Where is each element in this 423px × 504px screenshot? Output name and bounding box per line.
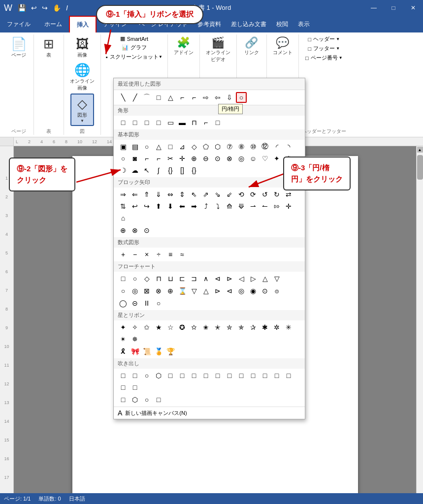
bs-text[interactable]: ▣ [118, 141, 129, 152]
bs-wave[interactable]: ∫ [153, 165, 164, 176]
fc-4[interactable]: ⊓ [153, 273, 164, 284]
co-2[interactable]: □ [130, 370, 140, 381]
ba-l[interactable]: ⇐ [130, 189, 140, 200]
st-7[interactable]: ✫ [189, 322, 199, 333]
bs-minus[interactable]: ⊖ [200, 153, 211, 164]
fc-32[interactable]: ○ [153, 298, 164, 309]
co-1[interactable]: □ [118, 370, 129, 381]
ba-lr[interactable]: ⇔ [165, 189, 176, 200]
fc-23[interactable]: ⊳ [212, 285, 223, 296]
close-btn[interactable]: ✕ [403, 0, 423, 16]
footer-btn[interactable]: □ フッター ▼ [306, 44, 342, 53]
st-13[interactable]: ✱ [260, 322, 270, 333]
ba-d[interactable]: ⇓ [153, 189, 164, 200]
bs-rtriangle[interactable]: ⊿ [177, 141, 188, 152]
fc-18[interactable]: ⊗ [153, 285, 164, 296]
ba-bend2[interactable]: ↪ [141, 201, 152, 212]
ba-ur[interactable]: ⇗ [200, 189, 211, 200]
image-btn[interactable]: 🖼 画像 [70, 34, 94, 61]
ba-striped2[interactable]: ⟱ [236, 201, 247, 212]
bs-block[interactable]: ◙ [130, 153, 140, 164]
rect-2[interactable]: □ [130, 117, 140, 128]
ba-ccw[interactable]: ⟲ [236, 189, 247, 200]
fc-13[interactable]: △ [260, 273, 270, 284]
co-21[interactable]: □ [153, 394, 164, 405]
bs-star4[interactable]: ✦ [271, 153, 282, 164]
co-13[interactable]: □ [260, 370, 270, 381]
rect-9[interactable]: □ [212, 117, 223, 128]
fc-12[interactable]: ▷ [248, 273, 259, 284]
rect-3[interactable]: □ [141, 117, 152, 128]
rect-5[interactable]: ▭ [165, 117, 176, 128]
shape-triangle[interactable]: △ [165, 92, 176, 103]
co-7[interactable]: □ [189, 370, 199, 381]
co-17[interactable]: □ [130, 382, 140, 393]
rb-4[interactable]: 🏅 [153, 346, 164, 357]
page-btn[interactable]: 📄 ページ [7, 34, 31, 61]
header-btn[interactable]: □ ヘッダー ▼ [306, 34, 342, 44]
fc-22[interactable]: △ [200, 285, 211, 296]
video-btn[interactable]: 🎬 オンラインビデオ [203, 34, 233, 65]
fc-10[interactable]: ⊳ [224, 273, 235, 284]
co-3[interactable]: ○ [141, 370, 152, 381]
fc-31[interactable]: ⅠⅠ [141, 298, 152, 309]
co-19[interactable]: ⬡ [130, 394, 140, 405]
addon-btn[interactable]: 🧩 アドイン [171, 34, 196, 58]
new-canvas-btn[interactable]: A 新しい描画キャンバス(N) [114, 407, 305, 419]
ba-home[interactable]: ⌂ [118, 213, 129, 223]
co-20[interactable]: ○ [141, 394, 152, 405]
st-15[interactable]: ✳ [283, 322, 294, 333]
fc-21[interactable]: ▽ [189, 285, 199, 296]
bs-10[interactable]: ⑩ [248, 141, 259, 152]
st-14[interactable]: ✲ [271, 322, 282, 333]
rect-6[interactable]: ▬ [177, 117, 188, 128]
screenshot-btn[interactable]: ▪ スクリーンショット ▼ [104, 52, 164, 62]
link-btn[interactable]: 🔗 リンク [240, 34, 263, 58]
shape-arc[interactable]: ⌒ [141, 92, 152, 103]
st-12[interactable]: ✰ [248, 322, 259, 333]
bs-x[interactable]: ⊗ [224, 153, 235, 164]
minimize-btn[interactable]: — [364, 0, 384, 16]
online-image-btn[interactable]: 🌐 オンライン画像 [67, 61, 98, 94]
st-6[interactable]: ✪ [177, 322, 188, 333]
co-18[interactable]: □ [118, 394, 129, 405]
fc-30[interactable]: ⊝ [130, 298, 140, 309]
eq-plus[interactable]: + [118, 249, 129, 260]
graph-btn[interactable]: 📊 グラフ [120, 43, 149, 52]
bs-target[interactable]: ◎ [236, 153, 247, 164]
ba-three[interactable]: ⊙ [141, 225, 152, 236]
italic-qa-btn[interactable]: I [65, 3, 69, 13]
st-11[interactable]: ✯ [236, 322, 247, 333]
bs-heart[interactable]: ♡ [260, 153, 270, 164]
st-2[interactable]: ✧ [130, 322, 140, 333]
ba-lft2[interactable]: ⬅ [177, 201, 188, 212]
shape-Z[interactable]: ⌐ [189, 92, 199, 103]
bs-scissors[interactable]: ✂ [165, 153, 176, 164]
fc-17[interactable]: ⊠ [141, 285, 152, 296]
rb-5[interactable]: 🏆 [165, 346, 176, 357]
st-5[interactable]: ☆ [165, 322, 176, 333]
ba-h2[interactable]: ⇄ [283, 189, 294, 200]
ba-notch[interactable]: ⇀ [248, 201, 259, 212]
restore-btn[interactable]: □ [384, 0, 403, 16]
ba-plus2[interactable]: ✛ [283, 201, 294, 212]
st-17[interactable]: ✵ [130, 334, 140, 345]
redo-qa-btn[interactable]: ↪ [40, 3, 49, 13]
co-12[interactable]: □ [248, 370, 259, 381]
tab-review[interactable]: 校閲 [271, 16, 293, 32]
co-10[interactable]: □ [224, 370, 235, 381]
fc-25[interactable]: ◎ [236, 285, 247, 296]
save-qa-btn[interactable]: 💾 [16, 3, 28, 13]
shape-arrow-d[interactable]: ⇩ [224, 92, 235, 103]
scroll-up-btn[interactable]: ▲ [417, 147, 423, 153]
fc-28[interactable]: ⌾ [271, 285, 282, 296]
st-8[interactable]: ✬ [200, 322, 211, 333]
ba-pentagon2[interactable]: ⇰ [271, 201, 282, 212]
bs-12[interactable]: ⑫ [260, 141, 270, 152]
bs-cloud[interactable]: ☁ [130, 165, 140, 176]
ba-curved[interactable]: ⤴ [200, 201, 211, 212]
shape-arrow-l[interactable]: ⇦ [212, 92, 223, 103]
bs-arc1[interactable]: ◜ [271, 141, 282, 152]
co-11[interactable]: □ [236, 370, 247, 381]
fc-6[interactable]: ⊏ [177, 273, 188, 284]
